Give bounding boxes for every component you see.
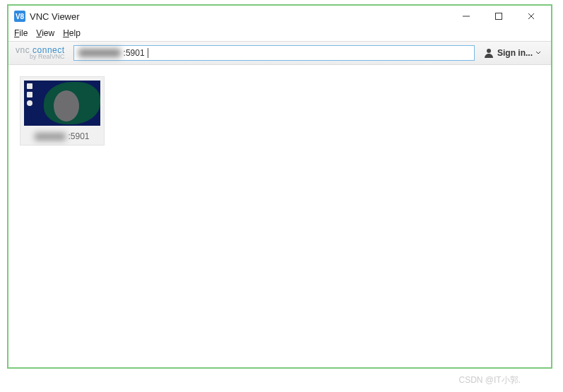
sign-in-button[interactable]: Sign in... <box>480 47 544 59</box>
text-cursor <box>148 48 148 58</box>
minimize-button[interactable] <box>456 9 476 23</box>
connection-tile[interactable]: :5901 <box>20 76 105 145</box>
vnc-viewer-window: V8 VNC Viewer File View Help vnc connect… <box>7 4 552 369</box>
user-icon <box>483 47 494 59</box>
menubar: File View Help <box>8 27 551 41</box>
address-input[interactable]: :5901 <box>73 45 475 61</box>
connection-port: :5901 <box>68 131 89 141</box>
close-button[interactable] <box>521 9 541 23</box>
connection-label: :5901 <box>35 131 89 141</box>
menu-file[interactable]: File <box>14 28 28 38</box>
titlebar: V8 VNC Viewer <box>8 6 551 27</box>
sign-in-label: Sign in... <box>497 48 533 58</box>
address-port: :5901 <box>124 48 145 58</box>
app-icon: V8 <box>14 11 25 22</box>
maximize-button[interactable] <box>489 9 509 23</box>
redacted-host <box>78 49 121 57</box>
watermark: CSDN @IT小郭. <box>458 374 521 386</box>
menu-help[interactable]: Help <box>63 28 81 38</box>
svg-point-4 <box>487 49 491 53</box>
redacted-host <box>35 133 66 141</box>
connections-area: :5901 <box>8 65 551 367</box>
chevron-down-icon <box>535 50 541 56</box>
svg-rect-1 <box>496 13 502 20</box>
connection-thumbnail <box>24 81 100 126</box>
menu-view[interactable]: View <box>36 28 54 38</box>
brand-logo: vnc connect by RealVNC <box>16 47 65 60</box>
window-controls <box>456 9 541 23</box>
window-title: VNC Viewer <box>30 11 456 22</box>
toolbar: vnc connect by RealVNC :5901 Sign in... <box>8 41 551 65</box>
